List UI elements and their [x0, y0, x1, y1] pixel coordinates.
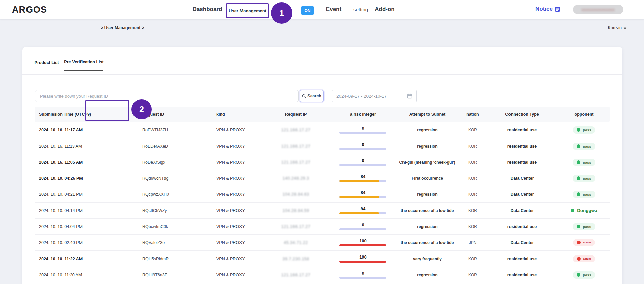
search-button-label: Search: [307, 94, 321, 98]
attempt-to-subnet: First occurrence: [395, 170, 459, 186]
attempt-to-subnet: the occurrence of a low tide: [395, 235, 459, 250]
request-id: RQH5sRldmR: [136, 251, 210, 267]
calendar-icon: [407, 93, 412, 99]
nation: KOR: [459, 138, 486, 154]
status-pill: pass: [573, 159, 595, 166]
kind: VPN & PROXY: [210, 219, 261, 234]
nav-item-notice[interactable]: Notice: [535, 6, 560, 12]
opponent-status: actual: [558, 251, 610, 267]
submission-time: 2024. 10. 10. 11:22 AM: [35, 251, 136, 267]
date-range-value: 2024-09-17 - 2024-10-17: [336, 94, 387, 99]
connection-type: residential use: [486, 138, 558, 154]
request-id: RoEDerAXeD: [136, 138, 210, 154]
risk-score: 100: [330, 251, 395, 267]
attempt-to-subnet: regression: [395, 267, 459, 283]
table-row[interactable]: 2024. 10. 10. 11:20 AMRQHI9T6n3EVPN & PR…: [35, 267, 610, 283]
status-dot: [577, 225, 580, 228]
attempt-to-subnet: Chi-gui (meaning 'cheek-gui'): [395, 154, 459, 170]
connection-type: residential use: [486, 122, 558, 138]
language-selector[interactable]: Korean: [608, 25, 627, 30]
submission-time: 2024. 10. 10. 02:40 PM: [35, 235, 136, 250]
annotation-circle-2: 2: [131, 99, 152, 119]
search-button[interactable]: Search: [300, 90, 324, 102]
on-toggle[interactable]: ON: [301, 6, 314, 15]
search-icon: [302, 94, 306, 98]
nation: KOR: [459, 154, 486, 170]
table-row[interactable]: 2024. 10. 16. 11:05 AMRoDeXrSlgxVPN & PR…: [35, 154, 610, 170]
column-header: Request IP: [261, 107, 330, 122]
request-id: RQcpwzXXH0: [136, 186, 210, 202]
status-dot: [571, 209, 574, 212]
table-row[interactable]: 2024. 10. 16. 11:13 AMRoEDerAXeDVPN & PR…: [35, 138, 610, 154]
status-dot: [577, 160, 580, 164]
status-pill: pass: [573, 175, 595, 182]
nation: KOR: [459, 170, 486, 186]
tab-pre-verification-list[interactable]: Pre-Verification List: [64, 60, 103, 64]
table-row[interactable]: 2024. 10. 10. 04:04 PMRQbcwfmC0kVPN & PR…: [35, 219, 610, 235]
attempt-to-subnet: very frequently: [395, 251, 459, 267]
request-ip-masked: 45.34.71.22: [261, 235, 330, 250]
request-id-input[interactable]: [35, 90, 299, 102]
app-logo[interactable]: ARGOS: [12, 5, 47, 15]
column-header: kind: [210, 107, 261, 122]
opponent-status: Donggwa: [558, 203, 610, 218]
risk-bar: 84: [339, 190, 386, 198]
nation: KOR: [459, 219, 486, 234]
top-navbar: ARGOS Dashboard User Management ON Event…: [0, 0, 644, 19]
status-pill: pass: [573, 191, 595, 198]
nav-item-event[interactable]: Event: [326, 6, 341, 13]
column-header: a risk integer: [330, 107, 395, 122]
table-row[interactable]: 2024. 10. 16. 11:17 AMRoEWTIJ3ZHVPN & PR…: [35, 122, 610, 138]
tab-product-list[interactable]: Product List: [35, 60, 59, 65]
nav-item-add-on[interactable]: Add-on: [375, 6, 394, 13]
notice-icon: [555, 6, 560, 12]
active-tab-underline: [64, 70, 103, 71]
annotation-circle-1: 1: [271, 2, 292, 24]
breadcrumb: > User Management >: [101, 25, 144, 30]
nation: KOR: [459, 267, 486, 283]
kind: VPN & PROXY: [210, 170, 261, 186]
status-dot: [577, 144, 580, 148]
connection-type: residential use: [486, 219, 558, 234]
risk-score: 0: [330, 154, 395, 170]
attempt-to-subnet: the occurrence of a low tide: [395, 203, 459, 218]
risk-score: 84: [330, 170, 395, 186]
column-header: opponent: [558, 107, 610, 122]
date-range-picker[interactable]: 2024-09-17 - 2024-10-17: [332, 90, 417, 102]
table-row[interactable]: 2024. 10. 10. 02:40 PMRQValolZ3eVPN & PR…: [35, 235, 610, 251]
status-pill: actual: [573, 255, 595, 262]
request-ip-masked: 104.28.84.59: [261, 203, 330, 218]
risk-bar: 0: [339, 223, 386, 230]
account-pill[interactable]: ●●●●●●●●●●●●●●●: [573, 5, 623, 14]
risk-bar: 84: [339, 174, 386, 182]
table-row[interactable]: 2024. 10. 10. 04:14 PMRQcIIC5WZyVPN & PR…: [35, 203, 610, 219]
breadcrumb-row: > User Management > Korean: [0, 19, 644, 36]
content-card: Product List Pre-Verification List Searc…: [22, 47, 622, 284]
nav-item-dashboard[interactable]: Dashboard: [193, 6, 222, 13]
kind: VPN & PROXY: [210, 251, 261, 267]
status-dot: [577, 257, 581, 261]
table-row[interactable]: 2024. 10. 10. 11:22 AMRQH5sRldmRVPN & PR…: [35, 251, 610, 267]
account-email-masked: ●●●●●●●●●●●●●●●: [581, 8, 615, 12]
nav-item-setting[interactable]: setting: [353, 7, 368, 12]
request-id: RoEWTIJ3ZH: [136, 122, 210, 138]
status-dot: [577, 192, 580, 196]
table-row[interactable]: 2024. 10. 10. 04:26 PMRQd9wcNTdgVPN & PR…: [35, 170, 610, 186]
status-dot: [577, 241, 581, 244]
table-row[interactable]: 2024. 10. 10. 04:21 PMRQcpwzXXH0VPN & PR…: [35, 186, 610, 203]
status-pill: pass: [573, 143, 595, 150]
nation: KOR: [459, 122, 486, 138]
risk-score: 84: [330, 186, 395, 202]
risk-bar: 100: [339, 239, 386, 246]
opponent-status: pass: [558, 267, 610, 283]
connection-type: Data Center: [486, 170, 558, 186]
kind: VPN & PROXY: [210, 203, 261, 218]
kind: VPN & PROXY: [210, 267, 261, 283]
risk-bar: 0: [339, 142, 386, 150]
connection-type: residential use: [486, 154, 558, 170]
notice-label: Notice: [535, 6, 553, 12]
request-ip-masked: 121.166.17.27: [261, 122, 330, 138]
risk-bar: 0: [339, 126, 386, 134]
connection-type: Data Center: [486, 203, 558, 218]
risk-bar: 0: [339, 271, 386, 279]
